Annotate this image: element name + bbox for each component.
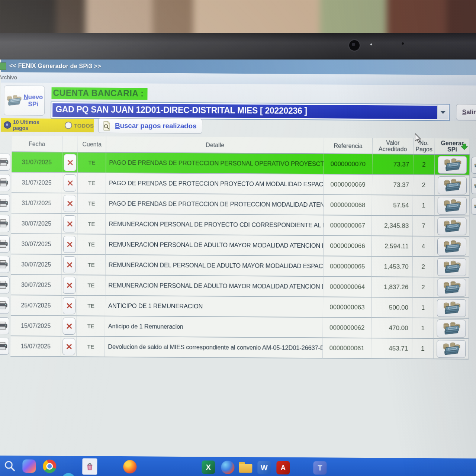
cell-referencia: 0000000070: [324, 154, 372, 175]
firefox-icon[interactable]: [123, 460, 136, 473]
printer-icon: [0, 321, 8, 330]
print-row-button[interactable]: [0, 317, 9, 334]
cell-cuenta: TE: [78, 173, 106, 193]
delete-row-button[interactable]: [63, 195, 76, 212]
delete-row-button[interactable]: [62, 318, 75, 335]
money-icon: [442, 198, 461, 213]
cell-fecha: 30/07/2025: [11, 234, 62, 255]
salir-button[interactable]: Salir: [456, 104, 476, 120]
table-row[interactable]: 31/07/2025 TE PAGO DE PRENDAS DE PROTECC…: [0, 193, 476, 216]
cell-valor-acreditado: 1,453.70: [372, 257, 413, 277]
print-row-button[interactable]: [0, 338, 9, 355]
money-icon: [442, 239, 461, 254]
nuevo-spi-button[interactable]: Nuevo SPi: [4, 86, 45, 116]
browser-sphere-icon[interactable]: [221, 461, 234, 474]
red-x-icon: [67, 180, 73, 186]
cell-valor-acreditado: 57.54: [372, 195, 413, 216]
chrome-icon[interactable]: [43, 460, 56, 473]
red-x-icon: [65, 343, 72, 350]
table-row[interactable]: 31/07/2025 TE PAGO DE PRENDAS DE PROTECC…: [0, 173, 476, 196]
buscar-pagos-button[interactable]: Buscar pagos realizados: [98, 118, 202, 134]
table-row[interactable]: 30/07/2025 TE REMUNERACION PERSONAL DE A…: [0, 275, 476, 298]
delete-row-button[interactable]: [63, 277, 75, 294]
laptop-screen: << FENIX Generador de SPi3 >> Archivo Nu…: [0, 60, 476, 476]
radio-todos[interactable]: [65, 122, 72, 129]
cell-referencia: 0000000065: [324, 256, 372, 277]
printer-icon: [0, 260, 9, 269]
generar-spi-button[interactable]: [437, 217, 466, 235]
generar-spi-button[interactable]: [437, 279, 466, 296]
table-row[interactable]: 30/07/2025 TE REMUNERACION PERSONAL DE A…: [0, 234, 476, 257]
money-icon: [442, 219, 461, 234]
delete-row-button[interactable]: [62, 338, 75, 355]
table-row[interactable]: 15/07/2025 TE Devolucion de saldo al MIE…: [0, 336, 476, 360]
partial-button[interactable]: [471, 198, 476, 215]
table-row[interactable]: 30/07/2025 TE REMUNERACION DEL PERSONAL …: [0, 254, 476, 278]
excel-icon[interactable]: [202, 460, 215, 474]
delete-row-button[interactable]: [62, 297, 75, 314]
print-row-button[interactable]: [0, 276, 10, 293]
green-download-arrow-icon: [461, 144, 468, 150]
print-row-button[interactable]: [0, 297, 9, 314]
print-row-button[interactable]: [0, 174, 10, 191]
print-row-button[interactable]: [0, 235, 10, 253]
printer-icon: [0, 239, 9, 248]
cell-cuenta: TE: [77, 275, 105, 296]
cell-fecha: 31/07/2025: [12, 193, 62, 214]
table-row[interactable]: 31/07/2025 TE PAGO DE PRENDAS DE PROTECC…: [0, 152, 476, 176]
chevron-down-icon[interactable]: [437, 105, 448, 119]
header-fecha: Fecha: [12, 136, 62, 152]
cell-no-pagos: 2: [413, 155, 435, 175]
copilot-icon[interactable]: [22, 459, 36, 473]
cell-cuenta: TE: [77, 316, 105, 337]
partial-button[interactable]: [471, 177, 476, 194]
cell-detalle: REMUNERACION PERSONAL DE ADULTO MAYOR MO…: [106, 235, 324, 257]
delete-row-button[interactable]: [63, 215, 76, 232]
cell-fecha: 30/07/2025: [11, 213, 62, 234]
generar-spi-button[interactable]: [437, 340, 466, 358]
delete-row-button[interactable]: [64, 154, 76, 171]
header-detalle: Detalle: [106, 136, 324, 154]
printer-icon: [0, 178, 9, 187]
money-icon: [474, 158, 476, 173]
generar-spi-button[interactable]: [437, 238, 466, 255]
teams-icon[interactable]: [313, 461, 327, 475]
file-explorer-icon[interactable]: [239, 461, 252, 474]
delete-row-button[interactable]: [63, 236, 75, 253]
telegram-icon[interactable]: [62, 473, 75, 476]
delete-row-button[interactable]: [63, 174, 76, 192]
print-row-button[interactable]: [0, 256, 10, 273]
generar-spi-button[interactable]: [438, 156, 467, 174]
table-row[interactable]: 30/07/2025 TE REMUNERACION PERSONAL DE P…: [0, 213, 476, 237]
radio-10-ultimos[interactable]: [4, 121, 11, 129]
recycle-bin-icon[interactable]: [82, 458, 97, 475]
cuenta-bancaria-label: CUENTA BANCARIA :: [51, 87, 147, 100]
webcam-led: [370, 44, 372, 45]
generar-spi-button[interactable]: [437, 319, 466, 337]
acrobat-icon[interactable]: [276, 461, 290, 475]
delete-row-button[interactable]: [63, 256, 75, 273]
generar-spi-button[interactable]: [437, 258, 466, 276]
red-x-icon: [66, 241, 73, 248]
radio-10-ultimos-label: 10 Ultimos pagos: [13, 119, 56, 131]
partial-button[interactable]: [471, 157, 476, 174]
cell-valor-acreditado: 470.00: [372, 318, 412, 339]
money-icon: [441, 321, 461, 336]
money-icon: [442, 178, 461, 193]
generar-spi-button[interactable]: [437, 176, 466, 194]
generar-spi-button[interactable]: [437, 197, 466, 215]
search-icon[interactable]: [3, 459, 16, 473]
table-row[interactable]: 15/07/2025 TE Anticipo de 1 Remuneracion…: [0, 316, 476, 339]
printer-icon: [0, 280, 8, 289]
red-x-icon: [66, 200, 73, 207]
print-row-button[interactable]: [0, 194, 10, 212]
word-icon[interactable]: [257, 461, 271, 474]
generar-spi-button[interactable]: [437, 299, 466, 317]
menu-archivo[interactable]: Archivo: [0, 74, 17, 80]
print-row-button[interactable]: [0, 154, 10, 171]
cell-no-pagos: 1: [412, 298, 434, 318]
table-row[interactable]: 25/07/2025 TE ANTICIPO DE 1 REMUNERACION…: [0, 295, 476, 319]
print-row-button[interactable]: [0, 215, 10, 232]
cell-valor-acreditado: 73.37: [372, 154, 413, 175]
red-x-icon: [67, 159, 73, 166]
